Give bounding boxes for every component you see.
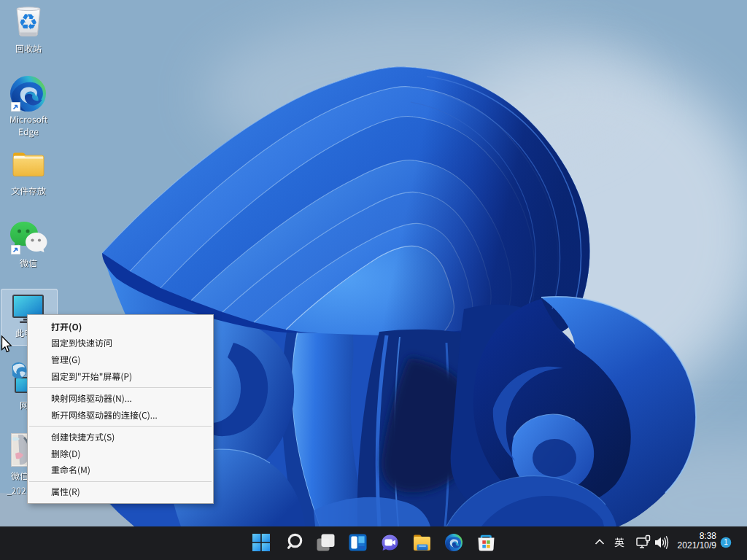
svg-text:1: 1 [724,538,728,546]
